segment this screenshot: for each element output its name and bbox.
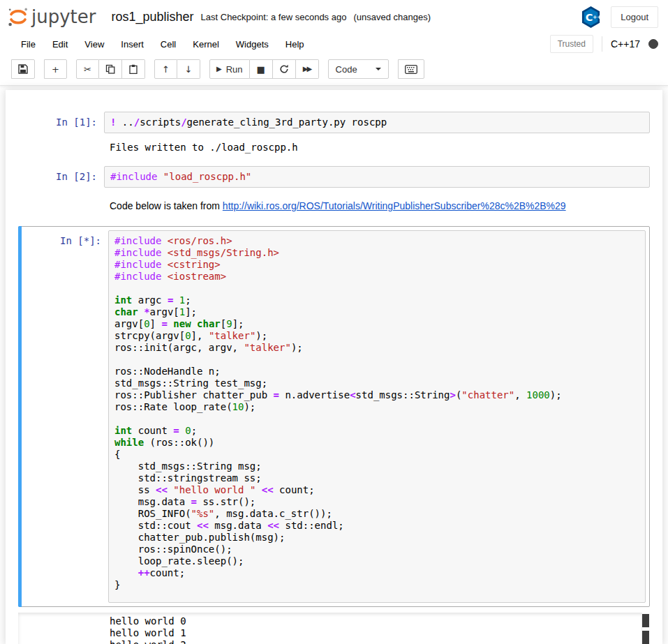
scrollbar-thumb[interactable] (642, 631, 649, 644)
tutorial-link[interactable]: http://wiki.ros.org/ROS/Tutorials/Writin… (223, 200, 566, 211)
header-top: jupyter ros1_publisher Last Checkpoint: … (0, 0, 668, 32)
menu-item-file[interactable]: File (13, 35, 44, 54)
code-input-2[interactable]: #include "load_roscpp.h" (104, 166, 650, 188)
restart-icon (279, 64, 289, 74)
code-line: std_msgs::String msg; (114, 460, 639, 472)
paste-cell-button[interactable] (122, 59, 145, 79)
code-line: ros::NodeHandle n; (114, 366, 639, 377)
run-button-label: Run (226, 64, 243, 75)
add-cell-button[interactable]: + (44, 59, 67, 79)
code-cell-3[interactable]: In [*]: #include <ros/ros.h>#include <st… (19, 227, 649, 606)
code-line: chatter_pub.publish(msg); (114, 532, 639, 544)
output-scroll-area[interactable]: hello world 0hello world 1hello world 2h… (18, 613, 650, 644)
output-text-1: Files written to ./load_roscpp.h (104, 138, 304, 157)
kernel-name: C++17 (611, 38, 640, 50)
save-button[interactable] (11, 59, 35, 79)
output-prompt-3 (18, 613, 104, 644)
chevron-down-icon (376, 68, 381, 70)
header: jupyter ros1_publisher Last Checkpoint: … (0, 0, 668, 86)
scrollbar-thumb-top[interactable] (642, 614, 649, 627)
code-input-1[interactable]: ! ../scripts/generate_cling_3rd_party.py… (104, 112, 650, 133)
stop-icon: ■ (256, 65, 265, 74)
markdown-body: Code below is taken from http://wiki.ros… (104, 197, 572, 214)
code-line: #include <ros/ros.h> (114, 235, 639, 247)
input-prompt-3: In [*]: (22, 230, 108, 603)
menu-item-insert[interactable]: Insert (112, 35, 152, 54)
cut-cell-button[interactable]: ✂ (76, 59, 99, 79)
output-area-1: Files written to ./load_roscpp.h (18, 137, 650, 163)
interrupt-kernel-button[interactable]: ■ (250, 59, 273, 79)
code-line: std_msgs::String test_msg; (114, 377, 639, 389)
input-prompt-2: In [2]: (18, 166, 104, 188)
code-line: ++count; (114, 567, 639, 579)
cell-type-value: Code (336, 64, 357, 75)
jupyter-logo[interactable]: jupyter (7, 6, 96, 28)
code-line: strcpy(argv[0], "talker"); (114, 330, 639, 342)
code-line (114, 413, 639, 425)
code-line: msg.data = ss.str(); (114, 496, 639, 508)
code-input-3[interactable]: #include <ros/ros.h>#include <std_msgs/S… (108, 230, 646, 603)
jupyter-wordmark: jupyter (31, 6, 96, 27)
paste-icon (128, 64, 138, 74)
move-up-button[interactable]: ↑ (154, 59, 177, 79)
copy-icon (105, 64, 115, 74)
selected-cell[interactable]: In [*]: #include <ros/ros.h>#include <st… (18, 226, 650, 607)
svg-text:++: ++ (593, 14, 601, 20)
stream-output: hello world 0hello world 1hello world 2h… (104, 613, 192, 644)
code-line: ss << "hello world " << count; (114, 484, 639, 496)
code-cell-2[interactable]: In [2]: #include "load_roscpp.h" (18, 163, 650, 191)
command-palette-button[interactable] (398, 59, 424, 79)
menu-item-edit[interactable]: Edit (44, 35, 76, 54)
copy-cell-button[interactable] (99, 59, 122, 79)
menu-items: FileEditViewInsertCellKernelWidgetsHelp (13, 35, 313, 54)
keyboard-icon (405, 65, 417, 74)
kernel-separator (602, 36, 602, 52)
menu-item-kernel[interactable]: Kernel (184, 35, 228, 54)
play-icon: ▶ (216, 66, 222, 73)
code-line: ros::spinOnce(); (114, 544, 639, 555)
scissors-icon: ✂ (84, 65, 91, 74)
cell-type-dropdown[interactable]: Code (328, 59, 389, 79)
restart-kernel-button[interactable] (273, 59, 296, 79)
out-line: hello world 2 (110, 639, 186, 644)
notebook-title[interactable]: ros1_publisher (111, 10, 193, 24)
code-line (114, 354, 639, 366)
cpp-kernel-icon: C ++ (581, 6, 601, 29)
restart-run-all-button[interactable]: ▶▶ (296, 59, 319, 79)
out-line: hello world 0 (110, 615, 186, 627)
code-line: ROS_INFO("%s", msg.data.c_str()); (114, 508, 639, 520)
input-prompt-1: In [1]: (18, 112, 104, 133)
code-line: ros::init(argc, argv, "talker"); (114, 342, 639, 354)
code-line: { (114, 449, 639, 460)
kernel-busy-indicator (648, 39, 658, 49)
arrow-down-icon: ↓ (185, 65, 193, 74)
run-button[interactable]: ▶Run (209, 59, 250, 79)
checkpoint-status: Last Checkpoint: a few seconds ago (201, 12, 347, 22)
menu-item-cell[interactable]: Cell (152, 35, 184, 54)
menu-item-help[interactable]: Help (277, 35, 313, 54)
code-line: while (ros::ok()) (114, 437, 639, 449)
code-line: std::stringstream ss; (114, 472, 639, 484)
code-cell-1[interactable]: In [1]: ! ../scripts/generate_cling_3rd_… (18, 108, 650, 137)
menu-item-widgets[interactable]: Widgets (228, 35, 277, 54)
arrow-up-icon: ↑ (162, 65, 170, 74)
out-line: hello world 1 (110, 627, 186, 639)
code-line: ros::Rate loop_rate(10); (114, 401, 639, 413)
markdown-cell[interactable]: Code below is taken from http://wiki.ros… (18, 191, 650, 222)
code-line: #include <std_msgs/String.h> (114, 247, 639, 259)
output-scrollbar[interactable] (641, 613, 650, 644)
code-line (114, 283, 639, 294)
menu-item-view[interactable]: View (76, 35, 112, 54)
code-line: argv[0] = new char[9]; (114, 318, 639, 330)
move-down-button[interactable]: ↓ (177, 59, 200, 79)
menubar: FileEditViewInsertCellKernelWidgetsHelp … (0, 32, 668, 56)
code-line: #include <iostream> (114, 271, 639, 283)
menubar-right: Trusted C++17 (550, 35, 658, 53)
trusted-badge[interactable]: Trusted (550, 35, 593, 53)
markdown-prompt-spacer (18, 197, 104, 214)
toolbar: + ✂ ↑ ↓ ▶Run ■ (0, 56, 668, 86)
save-icon (18, 64, 28, 74)
code-line: char *argv[1]; (114, 306, 639, 318)
logout-button[interactable]: Logout (611, 6, 658, 28)
markdown-text: Code below is taken from (110, 200, 223, 211)
